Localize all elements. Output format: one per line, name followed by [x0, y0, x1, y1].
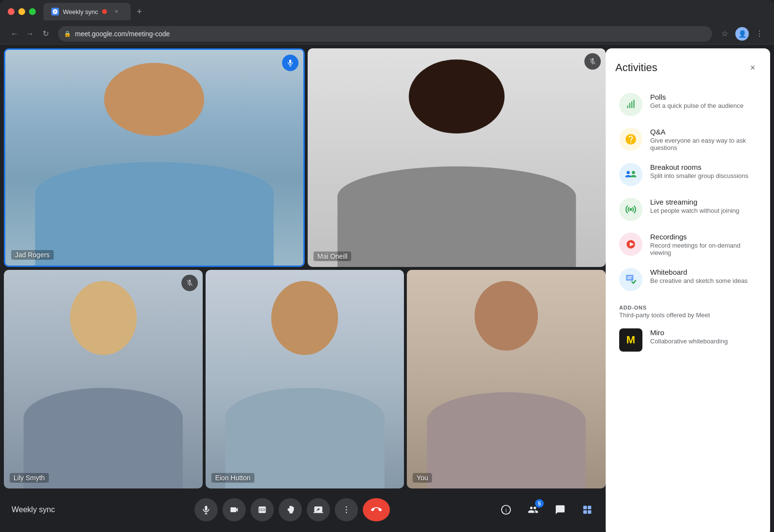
recording-dot	[102, 9, 107, 14]
activity-item-breakout[interactable]: Breakout rooms Split into smaller group …	[615, 157, 760, 192]
activity-item-qa[interactable]: Q&A Give everyone an easy way to ask que…	[615, 122, 760, 157]
profile-icon[interactable]: 👤	[735, 27, 749, 41]
whiteboard-icon	[619, 268, 642, 291]
back-button[interactable]: ←	[8, 27, 21, 41]
whiteboard-desc: Be creative and sketch some ideas	[650, 277, 757, 284]
panel-header: Activities ×	[615, 60, 760, 75]
active-tab[interactable]: Weekly sync ×	[44, 3, 131, 20]
breakout-text: Breakout rooms Split into smaller group …	[650, 163, 757, 179]
qa-desc: Give everyone an easy way to ask questio…	[650, 137, 757, 151]
nav-buttons: ← → ↻	[8, 27, 52, 41]
svg-rect-10	[588, 510, 591, 514]
breakout-icon	[619, 163, 642, 186]
activity-item-recordings[interactable]: Recordings Record meetings for on-demand…	[615, 227, 760, 262]
streaming-desc: Let people watch without joining	[650, 207, 757, 214]
tab-close-button[interactable]: ×	[113, 8, 120, 15]
activity-item-streaming[interactable]: Live streaming Let people watch without …	[615, 192, 760, 227]
svg-text:i: i	[506, 507, 506, 513]
recordings-name: Recordings	[650, 233, 757, 241]
url-bar[interactable]: 🔒 meet.google.com/meeting-code	[58, 26, 712, 42]
raise-hand-button[interactable]	[279, 498, 302, 521]
people-count-badge: 5	[535, 499, 544, 508]
polls-desc: Get a quick pulse of the audience	[650, 102, 757, 109]
qa-name: Q&A	[650, 128, 757, 136]
addons-header: ADD-ONS Third-party tools offered by Mee…	[615, 305, 760, 319]
camera-button[interactable]	[223, 498, 246, 521]
svg-rect-16	[626, 275, 633, 281]
miro-icon: M	[619, 328, 642, 352]
streaming-icon	[619, 198, 642, 221]
streaming-text: Live streaming Let people watch without …	[650, 198, 757, 214]
recordings-text: Recordings Record meetings for on-demand…	[650, 233, 757, 256]
qa-text: Q&A Give everyone an easy way to ask que…	[650, 128, 757, 151]
present-button[interactable]	[307, 498, 330, 521]
svg-point-13	[629, 208, 632, 210]
video-tile-mai: Mai Oneill	[308, 48, 606, 267]
video-grid: Jad Rogers Mai Oneill	[0, 44, 606, 532]
polls-icon	[619, 93, 642, 116]
svg-rect-0	[289, 59, 291, 63]
url-text: meet.google.com/meeting-code	[75, 30, 170, 38]
svg-point-12	[632, 171, 635, 174]
video-tile-eion: Eion Hutton	[206, 270, 404, 488]
polls-text: Polls Get a quick pulse of the audience	[650, 93, 757, 109]
info-button[interactable]: i	[495, 499, 517, 520]
refresh-button[interactable]: ↻	[39, 27, 52, 41]
mic-button[interactable]	[194, 498, 218, 521]
mic-active-badge-jad	[282, 55, 298, 71]
traffic-lights	[8, 8, 36, 15]
chat-button[interactable]	[550, 499, 571, 520]
meeting-title-label: Weekly sync	[12, 505, 55, 514]
star-button[interactable]: ☆	[718, 27, 731, 41]
browser-actions: ☆ 👤 ⋮	[718, 27, 766, 41]
more-options-button[interactable]	[335, 498, 358, 521]
video-tile-you: You	[407, 270, 606, 488]
activity-item-whiteboard[interactable]: Whiteboard Be creative and sketch some i…	[615, 262, 760, 297]
name-tag-eion: Eion Hutton	[211, 473, 254, 483]
panel-title: Activities	[615, 61, 657, 74]
activities-button[interactable]	[577, 499, 598, 520]
maximize-window-button[interactable]	[29, 8, 36, 15]
new-tab-button[interactable]: +	[133, 5, 146, 18]
mute-badge-lily	[181, 275, 198, 291]
end-call-button[interactable]	[363, 498, 390, 521]
video-tile-jad: Jad Rogers	[4, 48, 305, 267]
breakout-desc: Split into smaller group discussions	[650, 172, 757, 179]
activity-item-polls[interactable]: Polls Get a quick pulse of the audience	[615, 87, 760, 122]
minimize-window-button[interactable]	[18, 8, 25, 15]
svg-point-3	[346, 509, 347, 511]
right-controls: i 5	[495, 499, 598, 520]
address-bar: ← → ↻ 🔒 meet.google.com/meeting-code ☆ 👤…	[0, 23, 774, 44]
addons-title: ADD-ONS	[619, 305, 757, 310]
name-tag-mai: Mai Oneill	[313, 251, 351, 261]
whiteboard-name: Whiteboard	[650, 268, 757, 276]
name-tag-lily: Lily Smyth	[10, 473, 49, 483]
polls-name: Polls	[650, 93, 757, 101]
svg-point-2	[346, 506, 347, 508]
whiteboard-text: Whiteboard Be creative and sketch some i…	[650, 268, 757, 284]
activity-item-miro[interactable]: M Miro Collaborative whiteboarding	[615, 323, 760, 357]
svg-point-11	[626, 171, 630, 174]
tab-title: Weekly sync	[63, 8, 98, 15]
lock-icon: 🔒	[64, 30, 71, 37]
menu-button[interactable]: ⋮	[753, 27, 766, 41]
close-window-button[interactable]	[8, 8, 15, 15]
captions-button[interactable]	[251, 498, 274, 521]
miro-text: Miro Collaborative whiteboarding	[650, 328, 757, 345]
miro-letter: M	[626, 334, 635, 346]
people-button[interactable]: 5	[522, 499, 544, 520]
center-controls	[194, 498, 390, 521]
video-row-top: Jad Rogers Mai Oneill	[4, 48, 606, 267]
title-bar: Weekly sync × +	[0, 0, 774, 23]
activities-list: Polls Get a quick pulse of the audience …	[615, 87, 760, 297]
video-row-bottom: Lily Smyth Eion Hutton	[4, 270, 606, 488]
breakout-name: Breakout rooms	[650, 163, 757, 171]
control-bar: Weekly sync	[4, 491, 606, 528]
name-tag-you: You	[413, 473, 432, 483]
video-tile-lily: Lily Smyth	[4, 270, 203, 488]
activities-panel: Activities × Polls Get a quick pulse of …	[606, 48, 770, 532]
forward-button[interactable]: →	[23, 27, 37, 41]
name-tag-jad: Jad Rogers	[11, 250, 54, 260]
qa-icon	[619, 128, 642, 151]
close-panel-button[interactable]: ×	[745, 60, 760, 75]
